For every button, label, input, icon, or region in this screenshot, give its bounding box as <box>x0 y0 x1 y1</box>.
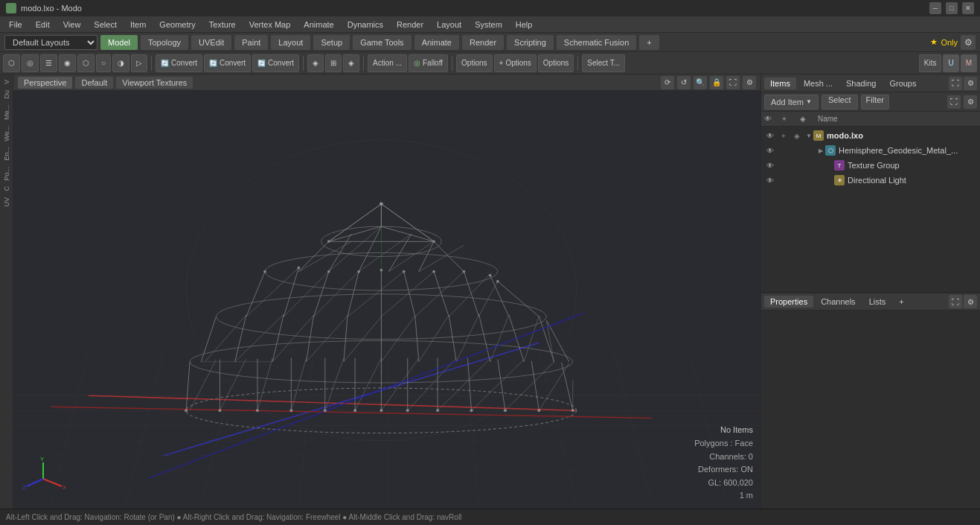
falloff-btn[interactable]: ◎ Falloff <box>409 54 448 72</box>
filter-button[interactable]: Filter <box>861 95 889 109</box>
item-render-toggle[interactable] <box>791 144 803 156</box>
options-btn-3[interactable]: Options <box>538 54 574 72</box>
tool-select-4[interactable]: ◉ <box>59 54 76 72</box>
menu-render[interactable]: Render <box>391 19 429 31</box>
menu-dynamics[interactable]: Dynamics <box>342 19 389 31</box>
item-lock-toggle[interactable] <box>778 159 790 171</box>
tab-game-tools[interactable]: Game Tools <box>353 35 411 50</box>
props-settings-button[interactable]: ⚙ <box>964 295 977 308</box>
tool-select-6[interactable]: ○ <box>96 54 111 72</box>
item-lock-toggle[interactable] <box>778 174 790 186</box>
menu-vertex-map[interactable]: Vertex Map <box>243 19 297 31</box>
tab-animate[interactable]: Animate <box>414 35 459 50</box>
menu-geometry[interactable]: Geometry <box>153 19 201 31</box>
props-expand-button[interactable]: ⛶ <box>949 295 962 308</box>
strip-label-we[interactable]: We... <box>1 124 12 144</box>
convert-btn-2[interactable]: 🔄 Convert <box>204 54 251 72</box>
options-btn-1[interactable]: Options <box>456 54 492 72</box>
strip-label-du[interactable]: Du <box>1 88 12 101</box>
viewport-expand-icon[interactable]: ⛶ <box>726 76 740 89</box>
tab-topology[interactable]: Topology <box>141 35 188 50</box>
strip-label-uv[interactable]: UV <box>1 195 12 209</box>
items-tab-shading[interactable]: Shading <box>840 77 882 89</box>
item-render-toggle[interactable]: ◈ <box>791 130 803 141</box>
maximize-button[interactable]: □ <box>946 2 958 14</box>
viewport-tab-perspective[interactable]: Perspective <box>18 77 72 89</box>
item-lock-toggle[interactable] <box>778 144 790 156</box>
menu-select[interactable]: Select <box>88 19 123 31</box>
add-item-button[interactable]: Add Item ▼ <box>764 95 819 109</box>
convert-btn-1[interactable]: 🔄 Convert <box>156 54 202 72</box>
tab-add[interactable]: + <box>639 35 659 50</box>
unreal-btn[interactable]: U <box>943 54 958 72</box>
items-tab-groups[interactable]: Groups <box>883 77 922 89</box>
strip-label-c[interactable]: C <box>1 184 12 194</box>
tool-select-2[interactable]: ◎ <box>22 54 39 72</box>
viewport-settings-icon[interactable]: ⚙ <box>743 76 756 89</box>
tool-mode[interactable]: ◈ <box>307 54 324 72</box>
tool-select-7[interactable]: ◑ <box>112 54 129 72</box>
props-tab-lists[interactable]: Lists <box>863 296 892 308</box>
menu-animate[interactable]: Animate <box>298 19 339 31</box>
props-tab-add[interactable]: + <box>893 296 909 308</box>
items-toolbar-settings[interactable]: ⚙ <box>964 95 977 109</box>
tab-render[interactable]: Render <box>462 35 504 50</box>
strip-label-en[interactable]: En... <box>1 144 12 163</box>
menu-edit[interactable]: Edit <box>30 19 56 31</box>
items-expand-button[interactable]: ⛶ <box>949 77 962 90</box>
action-btn[interactable]: Action ... <box>368 54 407 72</box>
strip-label-po[interactable]: Po... <box>1 165 12 183</box>
item-visibility-toggle[interactable]: 👁 <box>764 144 776 156</box>
menu-file[interactable]: File <box>3 19 28 31</box>
viewport-tab-default[interactable]: Default <box>75 77 113 89</box>
item-visibility-toggle[interactable]: 👁 <box>764 174 776 186</box>
tool-select-3[interactable]: ☰ <box>40 54 57 72</box>
viewport-reset-icon[interactable]: ↺ <box>677 76 691 89</box>
tool-select-1[interactable]: ⬡ <box>3 54 20 72</box>
strip-label-v[interactable]: V <box>1 77 12 86</box>
select-tool-btn[interactable]: Select T... <box>582 54 625 72</box>
items-toolbar-expand[interactable]: ⛶ <box>947 95 961 109</box>
tab-paint[interactable]: Paint <box>234 35 268 50</box>
items-list[interactable]: 👁 + ◈ ▼ M modo.lxo 👁 <box>761 127 980 292</box>
convert-btn-3[interactable]: 🔄 Convert <box>252 54 299 72</box>
items-tab-items[interactable]: Items <box>764 77 796 89</box>
tool-select-8[interactable]: ▷ <box>131 54 147 72</box>
tab-layout[interactable]: Layout <box>271 35 310 50</box>
viewport-rotate-icon[interactable]: ⟳ <box>661 76 674 89</box>
viewport-zoom-icon[interactable]: 🔍 <box>694 76 707 89</box>
item-visibility-toggle[interactable]: 👁 <box>764 130 776 141</box>
menu-layout[interactable]: Layout <box>431 19 467 31</box>
tab-scripting[interactable]: Scripting <box>507 35 554 50</box>
menu-item[interactable]: Item <box>124 19 152 31</box>
minimize-button[interactable]: ─ <box>929 2 941 14</box>
tool-snap[interactable]: ◈ <box>343 54 359 72</box>
kits-btn[interactable]: Kits <box>919 54 942 72</box>
items-tab-mesh[interactable]: Mesh ... <box>798 77 839 89</box>
item-render-toggle[interactable] <box>791 174 803 186</box>
tool-select-5[interactable]: ⬡ <box>77 54 95 72</box>
tab-uvedit[interactable]: UVEdit <box>191 35 231 50</box>
strip-label-me[interactable]: Me... <box>1 103 12 122</box>
menu-texture[interactable]: Texture <box>203 19 242 31</box>
menu-system[interactable]: System <box>469 19 508 31</box>
viewport-3d[interactable]: No Items Polygons : Face Channels: 0 Def… <box>13 91 760 509</box>
list-item[interactable]: 👁 ☀ Directional Light <box>761 173 980 188</box>
menu-help[interactable]: Help <box>510 19 539 31</box>
item-expand-arrow[interactable]: ▼ <box>804 131 813 140</box>
tab-schematic[interactable]: Schematic Fusion <box>557 35 636 50</box>
tab-setup[interactable]: Setup <box>313 35 350 50</box>
select-button[interactable]: Select <box>822 95 858 109</box>
items-settings-button[interactable]: ⚙ <box>964 77 977 90</box>
list-item[interactable]: 👁 + ◈ ▼ M modo.lxo <box>761 128 980 143</box>
layout-selector[interactable]: Default Layouts <box>4 35 97 50</box>
item-render-toggle[interactable] <box>791 159 803 171</box>
item-lock-toggle[interactable]: + <box>778 130 790 141</box>
menu-view[interactable]: View <box>57 19 87 31</box>
props-tab-channels[interactable]: Channels <box>815 296 861 308</box>
modo-btn[interactable]: M <box>961 54 977 72</box>
item-expand-arrow[interactable]: ▶ <box>816 146 825 155</box>
close-button[interactable]: ✕ <box>962 2 974 14</box>
options-btn-2[interactable]: + Options <box>494 54 537 72</box>
settings-button[interactable]: ⚙ <box>961 35 976 50</box>
